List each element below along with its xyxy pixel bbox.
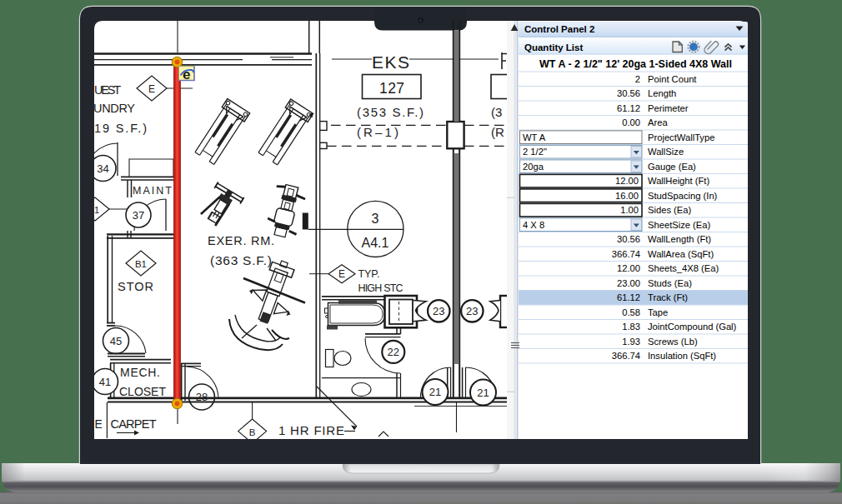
svg-text:(R: (R	[491, 125, 504, 139]
svg-text:E: E	[95, 417, 103, 431]
svg-text:Studs (Ea): Studs (Ea)	[648, 278, 692, 288]
svg-text:45: 45	[110, 335, 122, 347]
svg-text:HIGH STC: HIGH STC	[358, 282, 403, 294]
svg-text:127: 127	[379, 80, 404, 97]
svg-text:WallArea (SqFt): WallArea (SqFt)	[648, 249, 714, 259]
svg-text:TYP.: TYP.	[358, 268, 380, 280]
svg-text:Gauge (Ea): Gauge (Ea)	[648, 162, 696, 172]
svg-text:21: 21	[429, 386, 441, 398]
svg-text:1.93: 1.93	[622, 337, 640, 347]
svg-text:STOR: STOR	[118, 280, 153, 293]
svg-text:UNDRY: UNDRY	[93, 102, 135, 115]
svg-text:CARPET: CARPET	[111, 417, 157, 431]
svg-text:366.74: 366.74	[612, 351, 640, 361]
svg-text:19 S.F.): 19 S.F.)	[94, 122, 147, 135]
svg-text:1.00: 1.00	[620, 205, 639, 215]
svg-text:MECH.: MECH.	[120, 366, 160, 379]
svg-text:Insulation (SqFt): Insulation (SqFt)	[648, 351, 716, 361]
svg-text:(363 S.F.): (363 S.F.)	[210, 253, 272, 267]
svg-text:MAINT: MAINT	[133, 185, 172, 197]
svg-text:e: e	[183, 67, 190, 82]
svg-text:WallSize: WallSize	[648, 147, 684, 157]
svg-text:1 HR FIRE: 1 HR FIRE	[278, 423, 344, 437]
svg-text:CLOSET: CLOSET	[119, 385, 166, 398]
svg-text:Screws (Lb): Screws (Lb)	[648, 337, 698, 347]
svg-text:StudSpacing (In): StudSpacing (In)	[648, 191, 718, 201]
svg-text:WallLength (Ft): WallLength (Ft)	[648, 234, 711, 244]
svg-text:1: 1	[94, 205, 99, 215]
svg-text:61.12: 61.12	[617, 103, 640, 113]
svg-text:23: 23	[466, 305, 478, 317]
svg-text:Sides (Ea): Sides (Ea)	[648, 205, 692, 215]
svg-text:0.00: 0.00	[622, 117, 640, 127]
svg-text:Sheets_4X8 (Ea): Sheets_4X8 (Ea)	[648, 263, 719, 273]
svg-text:30.56: 30.56	[617, 88, 640, 98]
svg-text:30.56: 30.56	[617, 234, 640, 244]
svg-text:12.00: 12.00	[617, 263, 640, 273]
svg-text:22: 22	[388, 346, 399, 358]
svg-text:37: 37	[133, 209, 144, 222]
svg-text:Perimeter: Perimeter	[648, 103, 689, 113]
svg-text:ProjectWallType: ProjectWallType	[648, 132, 714, 142]
svg-text:41: 41	[99, 376, 111, 388]
svg-text:4 X 8: 4 X 8	[523, 220, 544, 230]
svg-text:34: 34	[97, 162, 108, 175]
svg-text:Tape: Tape	[648, 307, 668, 317]
svg-text:23.00: 23.00	[617, 278, 640, 288]
svg-text:EXER. RM.: EXER. RM.	[208, 234, 274, 247]
svg-text:A4.1: A4.1	[362, 236, 389, 250]
svg-text:EKS: EKS	[372, 52, 409, 72]
svg-text:WT A: WT A	[523, 132, 546, 142]
svg-text:JointCompound (Gal): JointCompound (Gal)	[648, 322, 737, 332]
svg-text:21: 21	[477, 387, 489, 399]
svg-text:WallHeight (Ft): WallHeight (Ft)	[648, 176, 709, 186]
svg-text:Quantity List: Quantity List	[524, 42, 583, 52]
svg-text:2: 2	[635, 74, 640, 84]
svg-text:61.12: 61.12	[617, 292, 640, 302]
svg-text:20ga: 20ga	[523, 162, 544, 172]
svg-text:Track (Ft): Track (Ft)	[648, 292, 688, 302]
svg-text:(3: (3	[491, 105, 502, 119]
svg-text:Area: Area	[648, 117, 668, 127]
svg-text:0.58: 0.58	[622, 307, 640, 317]
svg-text:B: B	[249, 427, 256, 437]
svg-text:12.00: 12.00	[615, 176, 639, 186]
svg-text:366.74: 366.74	[612, 249, 640, 259]
svg-text:UEST: UEST	[94, 83, 121, 97]
svg-text:Length: Length	[648, 88, 676, 98]
svg-text:E: E	[338, 268, 345, 280]
svg-text:1.83: 1.83	[622, 322, 640, 332]
svg-text:E: E	[148, 83, 155, 95]
svg-text:Control Panel 2: Control Panel 2	[524, 24, 594, 34]
svg-text:3: 3	[372, 212, 379, 226]
svg-text:B1: B1	[135, 259, 147, 269]
svg-text:23: 23	[433, 305, 444, 317]
svg-text:WT A - 2 1/2" 12' 20ga 1-Sided: WT A - 2 1/2" 12' 20ga 1-Sided 4X8 Wall	[539, 58, 732, 70]
svg-text:2 1/2": 2 1/2"	[523, 147, 547, 157]
svg-text:Point Count: Point Count	[648, 74, 697, 84]
svg-text:SheetSize (Ea): SheetSize (Ea)	[648, 220, 711, 230]
svg-text:16.00: 16.00	[615, 191, 639, 201]
